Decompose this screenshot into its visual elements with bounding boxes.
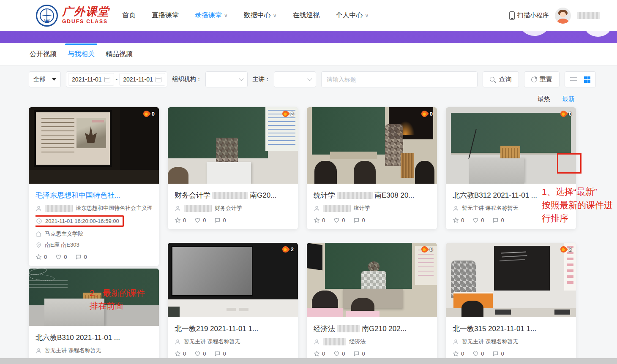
video-card[interactable]: 0 统计学南E308 20... 统计学 0 0 0 (307, 107, 437, 229)
flame-icon (420, 245, 429, 254)
star-stat[interactable]: 0 (453, 350, 464, 357)
comment-stat[interactable]: 0 (353, 217, 365, 223)
star-stat[interactable]: 0 (453, 217, 464, 223)
like-stat[interactable]: 0 (194, 350, 206, 357)
name-blurred (323, 205, 351, 212)
date-from-input[interactable]: 2021-11-01 (68, 73, 114, 86)
star-icon (175, 217, 181, 223)
username-blurred (577, 12, 600, 19)
video-thumbnail: 0 (29, 107, 159, 184)
tab-related-to-me[interactable]: 与我相关 (68, 43, 95, 65)
video-card[interactable]: 0 经济法南G210 202... 经济法 0 0 0 (307, 243, 437, 363)
nav-item-personal-center[interactable]: 个人中心∨ (336, 11, 369, 20)
title-blurred (212, 192, 248, 199)
grid-view-icon[interactable] (584, 76, 590, 83)
video-card[interactable]: 2 北一教315 2021-11-01 1... 暂无主讲 课程名称暂无 0 0… (446, 243, 576, 363)
comment-stat[interactable]: 0 (214, 217, 226, 223)
comment-stat[interactable]: 0 (492, 350, 504, 357)
scan-miniprogram-button[interactable]: 扫描小程序 (509, 11, 549, 20)
like-stat[interactable]: 0 (55, 254, 67, 260)
person-icon (453, 339, 459, 345)
caret-down-icon (52, 78, 56, 81)
heat-badge: 2 (282, 246, 294, 253)
nav-item-data-center[interactable]: 数据中心∨ (244, 11, 277, 20)
like-stat[interactable]: 0 (333, 217, 345, 223)
video-title[interactable]: 北一教219 2021-11-01 1... (175, 324, 291, 334)
title-search-input[interactable] (327, 76, 472, 83)
heart-icon (472, 217, 479, 223)
video-title[interactable]: 北一教315 2021-11-01 1... (453, 324, 569, 334)
heat-badge: 2 (560, 246, 572, 253)
search-icon (490, 76, 496, 83)
annotation-note-2: 2、最新的课件 排在前面 (90, 287, 166, 312)
person-icon (175, 205, 181, 212)
speaker-select[interactable] (274, 71, 316, 87)
like-stat[interactable]: 0 (194, 217, 206, 223)
nav-item-online-patrol[interactable]: 在线巡视 (293, 11, 320, 20)
comment-stat[interactable]: 0 (214, 350, 226, 357)
date-range-picker: 2021-11-01 - 2021-11-01 (66, 71, 167, 87)
comment-stat[interactable]: 0 (492, 217, 504, 223)
chevron-down-icon (307, 76, 312, 81)
speaker-row: 经济法 (314, 338, 430, 345)
reset-button[interactable]: 重置 (524, 71, 560, 87)
person-icon (175, 339, 181, 345)
star-icon (453, 217, 459, 223)
speaker-row: 泽东思想和中国特色社会主义理论体系概论 (35, 204, 152, 212)
site-logo[interactable]: W 广外课堂 GDUFS CLASS (36, 5, 109, 27)
star-stat[interactable]: 0 (175, 350, 186, 357)
star-stat[interactable]: 0 (314, 217, 325, 223)
calendar-icon (104, 77, 110, 82)
search-button[interactable]: 查询 (483, 71, 519, 87)
home-icon (35, 231, 42, 237)
flame-icon (420, 109, 429, 118)
view-toggle (565, 71, 596, 87)
sort-newest[interactable]: 最新 (562, 95, 575, 103)
like-stat[interactable]: 0 (333, 350, 345, 357)
calendar-icon (156, 77, 161, 82)
like-stat[interactable]: 0 (472, 217, 484, 223)
nav-item-recorded[interactable]: 录播课堂∨ (195, 11, 228, 20)
tab-public-videos[interactable]: 公开视频 (30, 43, 57, 65)
date-to-input[interactable]: 2021-11-01 (119, 73, 165, 86)
star-stat[interactable]: 0 (314, 350, 325, 357)
org-select[interactable] (205, 71, 248, 87)
video-card[interactable]: 2 财务会计学南G20... 财务会计学 0 0 0 (168, 107, 298, 229)
stats-row: 0 0 0 (175, 350, 291, 357)
comment-stat[interactable]: 0 (75, 254, 87, 260)
heart-icon (55, 254, 62, 260)
user-avatar[interactable] (555, 8, 571, 24)
person-icon (35, 348, 42, 354)
video-title[interactable]: 经济法南G210 202... (314, 324, 430, 334)
horizontal-scrollbar[interactable] (0, 358, 617, 364)
video-card[interactable]: 0 毛泽东思想和中国特色社... 泽东思想和中国特色社会主义理论体系概论 202… (29, 107, 159, 266)
speaker-row: 财务会计学 (175, 204, 291, 212)
tab-featured-videos[interactable]: 精品视频 (106, 43, 133, 65)
scope-select[interactable]: 全部 (29, 71, 61, 87)
video-title[interactable]: 统计学南E308 20... (314, 190, 430, 200)
star-stat[interactable]: 0 (35, 254, 47, 260)
nav-item-home[interactable]: 首页 (122, 11, 136, 20)
comment-stat[interactable]: 0 (353, 350, 365, 357)
comment-icon (353, 350, 360, 357)
comment-icon (214, 217, 221, 223)
list-view-icon[interactable] (570, 77, 577, 82)
flame-icon (559, 245, 568, 254)
speaker-row: 统计学 (314, 204, 430, 212)
nav-item-live[interactable]: 直播课堂 (152, 11, 179, 20)
video-title[interactable]: 财务会计学南G20... (175, 190, 291, 200)
heart-icon (472, 350, 479, 357)
video-card[interactable]: 北六教B310 2021-11-01 ... 暂无主讲 课程名称暂无 0 0 0 (29, 269, 159, 364)
video-thumbnail: 0 (446, 107, 576, 184)
star-icon (314, 350, 320, 357)
date-range-separator: - (116, 76, 118, 83)
video-title[interactable]: 北六教B310 2021-11-01 ... (35, 333, 152, 342)
like-stat[interactable]: 0 (472, 350, 484, 357)
video-card[interactable]: 2 北一教219 2021-11-01 1... 暂无主讲 课程名称暂无 0 0… (168, 243, 298, 363)
comment-icon (353, 217, 360, 223)
video-title[interactable]: 毛泽东思想和中国特色社... (35, 190, 152, 200)
person-icon (453, 205, 459, 212)
star-stat[interactable]: 0 (175, 217, 186, 223)
sort-hottest[interactable]: 最热 (538, 95, 550, 103)
title-blurred (337, 325, 360, 332)
